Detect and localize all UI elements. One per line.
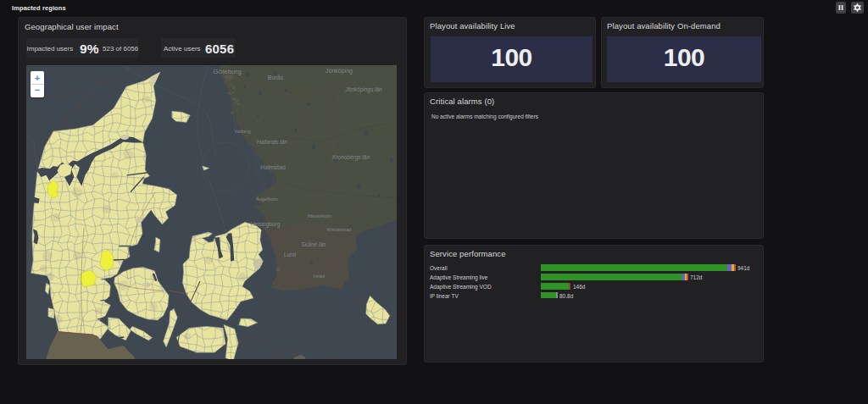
svg-text:Hässleholm: Hässleholm [308,213,332,219]
svg-text:Ystad: Ystad [313,274,325,279]
svg-text:Varberg: Varberg [234,129,250,134]
svg-text:Göteborg: Göteborg [213,68,241,75]
svg-text:Borås: Borås [268,75,284,80]
svg-text:Ängelholm: Ängelholm [256,196,278,202]
svg-text:Halmstad: Halmstad [260,164,286,170]
svg-text:Lund: Lund [284,252,297,257]
svg-text:Jönköping: Jönköping [326,68,353,75]
svg-text:Kronobergs län: Kronobergs län [332,154,370,161]
svg-text:Helsingborg: Helsingborg [251,221,281,228]
svg-text:Jönköpings län: Jönköpings län [344,86,382,93]
svg-text:Hallands län: Hallands län [257,139,287,145]
svg-text:Kristianstad: Kristianstad [327,227,352,232]
svg-text:Skåne län: Skåne län [302,241,326,247]
